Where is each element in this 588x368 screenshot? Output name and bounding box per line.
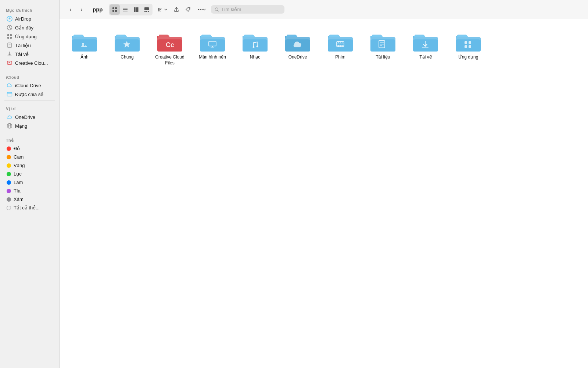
sidebar-item-tag-all[interactable]: Tất cả thẻ... <box>1 204 58 212</box>
folder-item-ungdung[interactable]: Ứng dụng <box>451 28 486 69</box>
sidebar-item-tag-green[interactable]: Lục <box>1 170 58 178</box>
folder-item-taive[interactable]: Tải về <box>408 28 443 69</box>
svg-rect-64 <box>469 41 471 44</box>
back-button[interactable]: ‹ <box>65 4 76 15</box>
sidebar-item-downloads[interactable]: Tải về <box>1 50 58 59</box>
svg-line-42 <box>218 10 219 11</box>
airdrop-icon <box>7 16 12 22</box>
separator-2 <box>4 100 55 100</box>
sidebar-item-onedrive-label: OneDrive <box>15 114 35 120</box>
folder-item-manhhinh[interactable]: Màn hình nền <box>195 28 230 69</box>
tag-purple-dot <box>7 189 11 193</box>
folder-item-phim[interactable]: Phim <box>323 28 358 69</box>
sidebar-locations-label: Vị trí <box>0 102 59 113</box>
folder-name-tailieu: Tài liệu <box>376 54 390 60</box>
downloads-icon <box>7 51 12 57</box>
folder-name-chung: Chung <box>121 54 133 60</box>
view-column-button[interactable] <box>131 4 141 15</box>
sidebar-item-tag-blue[interactable]: Lam <box>1 178 58 187</box>
svg-rect-19 <box>112 10 114 12</box>
svg-rect-25 <box>135 7 137 12</box>
sidebar-item-creative-label: Creative Clou... <box>15 60 48 66</box>
more-options-button[interactable] <box>195 4 208 15</box>
folder-icon-manhhinh <box>199 31 226 52</box>
documents-icon <box>7 42 12 48</box>
svg-rect-33 <box>158 10 159 11</box>
sidebar-tags-label: Thẻ <box>0 134 59 144</box>
sidebar-tag-yellow-label: Vàng <box>14 163 25 168</box>
svg-rect-4 <box>7 37 9 39</box>
tag-yellow-dot <box>7 163 11 168</box>
tag-all-dot <box>7 206 11 210</box>
sidebar-item-creative[interactable]: Creative Clou... <box>1 59 58 67</box>
svg-rect-31 <box>158 8 159 9</box>
svg-rect-17 <box>112 7 114 9</box>
sidebar-tag-red-label: Đỏ <box>14 146 20 151</box>
folder-item-onedrive[interactable]: OneDrive <box>280 28 315 69</box>
view-gallery-button[interactable] <box>141 4 152 15</box>
folder-name-onedrive: OneDrive <box>288 54 307 60</box>
sidebar-item-shared[interactable]: Được chia sẻ <box>1 90 58 99</box>
tag-gray-dot <box>7 197 11 202</box>
svg-rect-5 <box>10 37 12 39</box>
folder-content: Ảnh Chung <box>60 19 588 368</box>
svg-rect-18 <box>115 7 117 9</box>
network-icon <box>7 123 12 129</box>
svg-rect-12 <box>7 92 12 96</box>
sidebar-item-recents-label: Gần đây <box>15 25 33 31</box>
sidebar-item-tag-purple[interactable]: Tía <box>1 187 58 195</box>
svg-rect-36 <box>160 11 161 11</box>
icloud-drive-icon <box>7 82 12 88</box>
svg-rect-29 <box>146 11 147 12</box>
folder-icon-taive <box>412 31 439 52</box>
tags-button[interactable] <box>183 4 193 15</box>
folder-name-anh: Ảnh <box>80 54 88 60</box>
folder-icon-creative: Cc <box>157 31 183 52</box>
sidebar-icloud-label: iCloud <box>0 71 59 81</box>
sidebar-item-icloud-drive[interactable]: iCloud Drive <box>1 81 58 90</box>
view-icon-button[interactable] <box>110 4 120 15</box>
sidebar-item-onedrive[interactable]: OneDrive <box>1 113 58 121</box>
folder-icon-nhac <box>242 31 268 52</box>
sidebar-item-tag-red[interactable]: Đỏ <box>1 144 58 153</box>
svg-rect-30 <box>148 11 149 12</box>
folder-item-chung[interactable]: Chung <box>110 28 145 69</box>
tag-green-dot <box>7 172 11 176</box>
folder-icon-tailieu <box>370 31 396 52</box>
folder-name-phim: Phim <box>335 54 345 60</box>
folder-icon-anh <box>71 31 98 52</box>
sidebar-item-airdrop[interactable]: AirDrop <box>1 14 58 23</box>
svg-text:Cc: Cc <box>166 41 174 49</box>
sidebar-item-tag-orange[interactable]: Cam <box>1 153 58 161</box>
folder-icon-onedrive <box>284 31 311 52</box>
sidebar-tag-blue-label: Lam <box>14 180 23 185</box>
folder-item-creative[interactable]: Cc Creative CloudFiles <box>152 28 187 69</box>
search-input[interactable] <box>221 7 280 12</box>
sidebar-item-recents[interactable]: Gần đây <box>1 23 58 32</box>
svg-rect-24 <box>134 7 135 12</box>
search-bar[interactable] <box>211 5 284 14</box>
share-button[interactable] <box>171 4 182 15</box>
sidebar-item-tag-gray[interactable]: Xám <box>1 195 58 204</box>
sidebar-item-apps[interactable]: Ứng dụng <box>1 32 58 41</box>
sidebar-tag-green-label: Lục <box>14 171 22 177</box>
forward-button[interactable]: › <box>76 4 87 15</box>
view-list-button[interactable] <box>120 4 130 15</box>
svg-rect-20 <box>115 10 117 12</box>
sidebar-favorites-label: Mục ưa thích <box>0 4 59 14</box>
folder-item-anh[interactable]: Ảnh <box>67 28 102 69</box>
sidebar-item-tag-yellow[interactable]: Vàng <box>1 161 58 170</box>
folder-icon-phim <box>327 31 354 52</box>
search-icon <box>215 7 219 12</box>
sort-button[interactable] <box>155 4 170 15</box>
svg-point-37 <box>189 8 190 9</box>
folder-item-tailieu[interactable]: Tài liệu <box>365 28 401 69</box>
sidebar-item-documents[interactable]: Tài liệu <box>1 41 58 50</box>
folder-item-nhac[interactable]: Nhạc <box>237 28 273 69</box>
folder-name-ungdung: Ứng dụng <box>458 54 478 60</box>
svg-rect-63 <box>465 41 467 44</box>
apps-icon <box>7 33 12 39</box>
folder-name-taive: Tải về <box>419 54 431 60</box>
sidebar-item-network[interactable]: Mạng <box>1 121 58 130</box>
creative-icon <box>7 60 12 66</box>
